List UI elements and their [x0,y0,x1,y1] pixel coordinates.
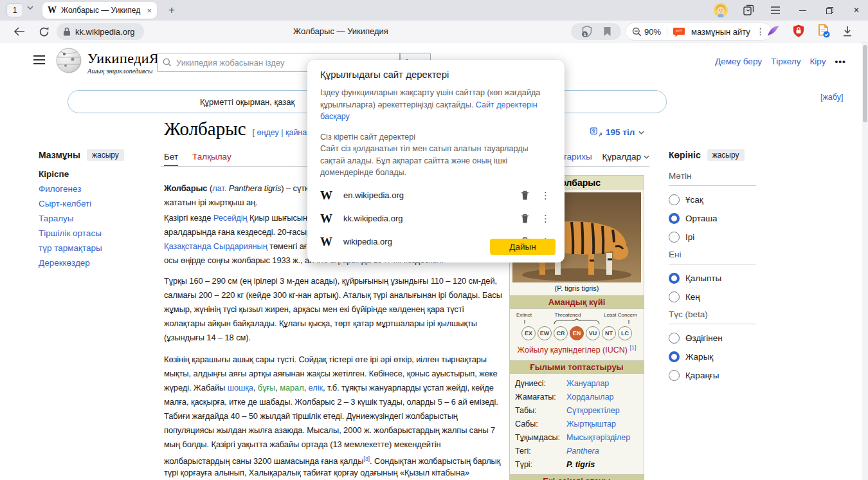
address-host: kk.wikipedia.org [75,27,135,37]
new-tab-button[interactable]: + [165,3,179,17]
taxonomy-label: Дүниесі: [515,377,566,391]
radio-icon[interactable] [669,232,680,243]
scrollbar-thumb[interactable] [863,45,867,122]
taxonomy-value[interactable]: Сүтқоректілер [566,404,620,418]
article-text-line: (ұзындығы 14 – 18 см). [164,331,510,345]
taxonomy-value[interactable]: Мысықтәрізділер [566,431,630,445]
wikipedia-wordmark[interactable]: УикипедиЯ Ашық энциклопедиясы [87,50,159,75]
article-text-line: түрі қорғауға алынып, Халықаралық табиға… [164,466,510,480]
radio-icon[interactable] [669,194,680,205]
delete-site-icon[interactable] [521,214,529,223]
document-check-extension-icon[interactable] [817,24,831,38]
downloads-icon[interactable] [842,26,853,37]
article-paragraph: Тұрқы 160 – 290 см (ең ірілері 3 м-ден а… [164,274,510,345]
read-aloud-label[interactable]: мазмұнын айту [691,27,750,37]
site-row: Wkk.wikipedia.org⋮ [320,207,552,230]
taxonomy-label: Жамағаты: [515,391,566,404]
appearance-radio-option[interactable]: Ұсақ [669,194,756,205]
window-minimize-button[interactable] [796,4,809,17]
radio-label: Қараңғы [685,371,719,380]
toc-item[interactable]: түр тармақтары [39,244,154,253]
tab-count-button[interactable]: 1 [6,3,23,17]
appearance-group-label: Ені [669,250,756,259]
appearance-group-label: Түс (beta) [669,309,756,319]
browser-menu-icon[interactable] [769,4,782,17]
appearance-radio-option[interactable]: Ірі [669,231,756,243]
read-aloud-icon[interactable]: “” [673,26,685,37]
radio-icon[interactable] [669,333,680,344]
delete-site-icon[interactable] [521,190,529,200]
appearance-radio-option[interactable]: Жарық [669,351,756,362]
radio-label: Кең [685,292,700,302]
radio-label: Ірі [685,232,694,242]
appearance-hide-button[interactable]: жасыру [707,149,745,161]
banner-close-link[interactable]: [жабу] [820,93,843,102]
back-button[interactable] [13,25,26,38]
page-scrollbar[interactable] [862,42,868,480]
language-selector[interactable]: A 195 тіл [590,127,644,137]
yandex-feather-extension-icon[interactable] [766,24,781,37]
tab-close-icon[interactable]: × [147,6,152,15]
site-kebab-icon[interactable]: ⋮ [541,213,550,225]
iucn-status-line[interactable]: Жойылу қаупіндегілер (IUCN) [1] [512,340,641,359]
wiki-menu-icon[interactable] [33,55,45,64]
toc-header: Мазмұны [39,150,80,160]
lock-icon[interactable] [63,27,71,36]
appearance-radio-option[interactable]: Кең [669,291,756,302]
taxonomy-row: Түрі:P. tigris [515,458,638,472]
toc-item[interactable]: Дереккөздер [39,259,154,268]
taxonomy-label: Тұқымдасы: [515,431,566,445]
dialog-section-title: Сіз кіретін сайт деректері [320,131,550,143]
zoom-control[interactable]: 90% [632,27,661,37]
taxonomy-value[interactable]: Жануарлар [566,377,609,391]
toc-hide-button[interactable]: жасыру [87,149,124,161]
taxonomy-value[interactable]: Panthera [566,445,599,458]
toc-item[interactable]: Тіршілік ортасы [39,229,154,238]
bookmark-icon[interactable] [603,26,611,37]
radio-selected-icon[interactable] [669,213,680,224]
wikipedia-globe-logo[interactable] [55,46,82,75]
donate-link[interactable]: Демеу беру [715,57,762,66]
tab-talk[interactable]: Талқылау [192,152,231,167]
radio-icon[interactable] [669,370,680,381]
taxonomy-value[interactable]: Жыртқыштар [566,418,616,431]
appearance-radio-option[interactable]: Орташа [669,212,756,224]
taxonomy-value[interactable]: Хордалылар [566,391,614,404]
iucn-circle-ex: EX [521,326,536,340]
reload-button[interactable] [37,25,50,38]
tools-menu[interactable]: Құралдар [602,152,649,162]
tab-list-chevron-icon[interactable] [27,6,33,10]
svg-text:A: A [599,131,602,137]
taxonomy-label: Тегі: [515,445,566,458]
article-text-line: жүреді. Жабайы шошқа, бұғы, марал, елік,… [164,381,510,395]
window-restore-button[interactable] [823,4,836,17]
radio-icon[interactable] [669,291,680,302]
appearance-group-label: Мәтін [669,171,756,181]
tracker-shield-icon[interactable]: 1 [581,25,593,38]
login-link[interactable]: Кіру [809,57,826,66]
radio-selected-icon[interactable] [669,273,680,284]
profile-avatar[interactable] [714,3,728,17]
site-row: Wen.wikipedia.org⋮ [320,184,552,207]
site-kebab-icon[interactable]: ⋮ [541,190,550,201]
done-button[interactable]: Дайын [490,239,556,255]
register-link[interactable]: Тіркелу [771,57,801,66]
toc-item[interactable]: Таралуы [39,214,154,223]
tab-article[interactable]: Бет [164,152,178,167]
iucn-circle-cr: CR [554,326,568,340]
appearance-radio-option[interactable]: Қараңғы [669,369,756,381]
browser-tab[interactable]: W Жолбарыс — Уикипед × [42,2,157,19]
radio-selected-icon[interactable] [669,351,680,362]
header-more-icon[interactable]: ••• [835,57,845,66]
appearance-radio-option[interactable]: Қалыпты [669,272,756,284]
side-panels-icon[interactable] [742,4,755,17]
toolbar-kebab-icon[interactable]: ⋮ [756,26,765,37]
appearance-radio-option[interactable]: Өздігінен [669,332,756,344]
toc-item[interactable]: Сырт-келбеті [39,199,154,208]
toc-item[interactable]: Филогенез [39,185,154,194]
window-close-button[interactable]: × [850,4,863,17]
wikipedia-favicon: W [320,212,336,226]
toc-item[interactable]: Кіріспе [39,170,154,179]
adblock-shield-extension-icon[interactable] [792,24,805,37]
address-bar[interactable]: kk.wikipedia.org [57,23,144,40]
